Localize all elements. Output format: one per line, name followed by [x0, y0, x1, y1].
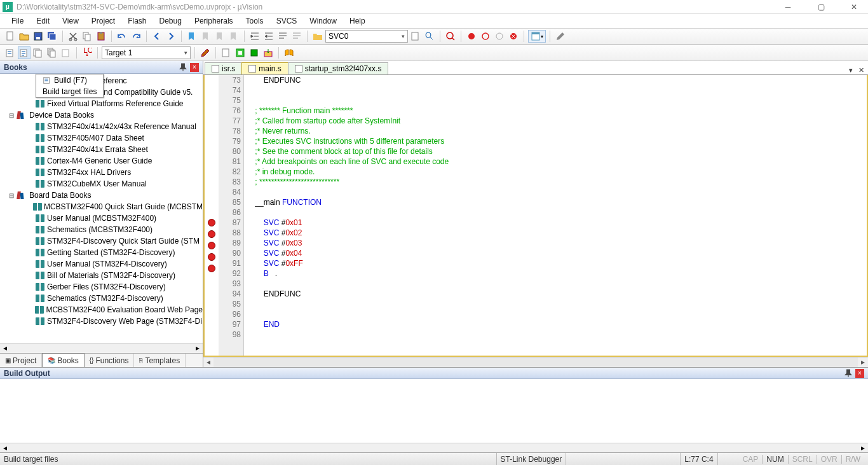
editor-tab[interactable]: main.s: [241, 62, 288, 74]
debug-button[interactable]: [444, 30, 457, 43]
download-button[interactable]: LOAD: [81, 46, 93, 59]
build-hscroll[interactable]: ◂▸: [0, 443, 868, 452]
incremental-find-button[interactable]: [423, 30, 436, 43]
close-button[interactable]: ✕: [843, 0, 865, 14]
tree-item[interactable]: STM32CubeMX User Manual: [0, 178, 203, 190]
stop-build-button[interactable]: [60, 46, 72, 59]
menu-project[interactable]: Project: [85, 15, 121, 27]
batch-build-button[interactable]: [46, 46, 58, 59]
tree-item[interactable]: MCBSTM32F400 Evaluation Board Web Page: [0, 304, 203, 316]
panel-tab-functions[interactable]: {}Functions: [85, 354, 135, 367]
file-ext-button[interactable]: [220, 46, 233, 59]
panel-tab-templates[interactable]: ⎘Templates: [134, 354, 186, 367]
window-layout-button[interactable]: ▾: [528, 30, 546, 43]
target-combo[interactable]: Target 1 ▾: [102, 46, 191, 59]
pin-icon[interactable]: [179, 63, 187, 72]
maximize-button[interactable]: ▢: [810, 0, 832, 14]
cut-button[interactable]: [67, 30, 79, 43]
select-pack-button[interactable]: [248, 46, 261, 59]
build-close-button[interactable]: ×: [855, 369, 864, 378]
tree-item[interactable]: Schematics (STM32F4-Discovery): [0, 293, 203, 304]
open-file-button[interactable]: [18, 30, 31, 43]
tree-item[interactable]: Bill of Materials (STM32F4-Discovery): [0, 270, 203, 281]
books-tree[interactable]: Build (F7) Build target files and Warnin…: [0, 74, 203, 343]
tree-item[interactable]: STM32F40x/41x Errata Sheet: [0, 144, 203, 155]
menu-debug[interactable]: Debug: [153, 15, 188, 27]
outdent-button[interactable]: [262, 30, 275, 43]
books-button[interactable]: [283, 46, 295, 59]
nav-forward-button[interactable]: [165, 30, 177, 43]
undo-button[interactable]: [116, 30, 128, 43]
manage-rte-button[interactable]: [234, 46, 247, 59]
code-editor[interactable]: ENDFUNC ; ******* Function main ******* …: [244, 75, 867, 356]
editor-tab[interactable]: startup_stm32f407xx.s: [288, 62, 389, 74]
editor-tab[interactable]: isr.s: [205, 62, 242, 74]
tree-item[interactable]: STM32F4-Discovery Web Page (STM32F4-Di: [0, 316, 203, 327]
menu-flash[interactable]: Flash: [121, 15, 153, 27]
breakpoint-disable-button[interactable]: [493, 30, 506, 43]
tree-item[interactable]: MCBSTM32F400 Quick Start Guide (MCBSTM: [0, 201, 203, 212]
tree-item[interactable]: STM32F405/407 Data Sheet: [0, 132, 203, 144]
redo-button[interactable]: [130, 30, 142, 43]
breakpoint-marker[interactable]: [208, 242, 215, 249]
tree-hscroll[interactable]: ◂▸: [0, 343, 203, 353]
breakpoint-gutter[interactable]: [205, 75, 219, 356]
build-output-body[interactable]: [0, 379, 868, 443]
tree-item[interactable]: STM32F4-Discovery Quick Start Guide (STM: [0, 235, 203, 247]
bookmark-prev-button[interactable]: [200, 30, 212, 43]
pin-icon[interactable]: [844, 369, 853, 378]
comment-button[interactable]: [276, 30, 289, 43]
breakpoint-insert-button[interactable]: [465, 30, 478, 43]
menu-peripherals[interactable]: Peripherals: [188, 15, 240, 27]
breakpoint-marker[interactable]: [208, 265, 215, 272]
tree-item[interactable]: STM32F40x/41x/42x/43x Reference Manual: [0, 121, 203, 132]
breakpoint-marker[interactable]: [208, 230, 215, 238]
menu-view[interactable]: View: [56, 15, 85, 27]
breakpoint-enable-button[interactable]: [479, 30, 492, 43]
pack-installer-button[interactable]: [262, 46, 275, 59]
menu-svcs[interactable]: SVCS: [270, 15, 304, 27]
menu-window[interactable]: Window: [303, 15, 343, 27]
bookmark-button[interactable]: [186, 30, 198, 43]
minimize-button[interactable]: ─: [776, 0, 799, 14]
tree-item[interactable]: Cortex-M4 Generic User Guide: [0, 155, 203, 167]
tree-item[interactable]: Schematics (MCBSTM32F400): [0, 224, 203, 235]
panel-tab-project[interactable]: ▣Project: [0, 354, 42, 367]
breakpoint-marker[interactable]: [208, 253, 215, 261]
build-button[interactable]: [18, 46, 31, 59]
editor-nav-button[interactable]: ▾: [846, 66, 855, 74]
tree-item[interactable]: Getting Started (STM32F4-Discovery): [0, 247, 203, 258]
menu-tools[interactable]: Tools: [240, 15, 270, 27]
rebuild-button[interactable]: [32, 46, 44, 59]
tree-item[interactable]: User Manual (MCBSTM32F400): [0, 212, 203, 224]
menu-help[interactable]: Help: [343, 15, 372, 27]
tree-item[interactable]: Fixed Virtual Platforms Reference Guide: [0, 98, 203, 109]
search-combo[interactable]: SVC0 ▾: [325, 30, 408, 43]
menu-file[interactable]: File: [5, 15, 30, 27]
copy-button[interactable]: [81, 30, 93, 43]
save-button[interactable]: [32, 30, 44, 43]
editor-nav-button[interactable]: ✕: [857, 66, 865, 74]
tree-item[interactable]: STM32F4xx HAL Drivers: [0, 167, 203, 178]
options-button[interactable]: [199, 46, 212, 59]
find-in-files-button[interactable]: [311, 30, 324, 43]
tree-group[interactable]: ⊟Device Data Books: [0, 109, 203, 121]
uncomment-button[interactable]: [290, 30, 303, 43]
bookmark-clear-button[interactable]: [227, 30, 240, 43]
configure-button[interactable]: [554, 30, 567, 43]
bookmark-next-button[interactable]: [214, 30, 226, 43]
panel-close-button[interactable]: ×: [190, 63, 199, 72]
panel-tab-books[interactable]: 📚Books: [42, 353, 84, 367]
paste-button[interactable]: [95, 30, 107, 43]
save-all-button[interactable]: [46, 30, 58, 43]
menu-edit[interactable]: Edit: [30, 15, 56, 27]
find-next-button[interactable]: [409, 30, 422, 43]
tree-item[interactable]: Gerber Files (STM32F4-Discovery): [0, 281, 203, 293]
nav-back-button[interactable]: [151, 30, 163, 43]
indent-button[interactable]: [248, 30, 261, 43]
breakpoint-marker[interactable]: [208, 219, 215, 226]
tree-item[interactable]: User Manual (STM32F4-Discovery): [0, 258, 203, 270]
translate-button[interactable]: [4, 46, 17, 59]
tree-group[interactable]: ⊟Board Data Books: [0, 190, 203, 201]
new-file-button[interactable]: [4, 30, 17, 43]
